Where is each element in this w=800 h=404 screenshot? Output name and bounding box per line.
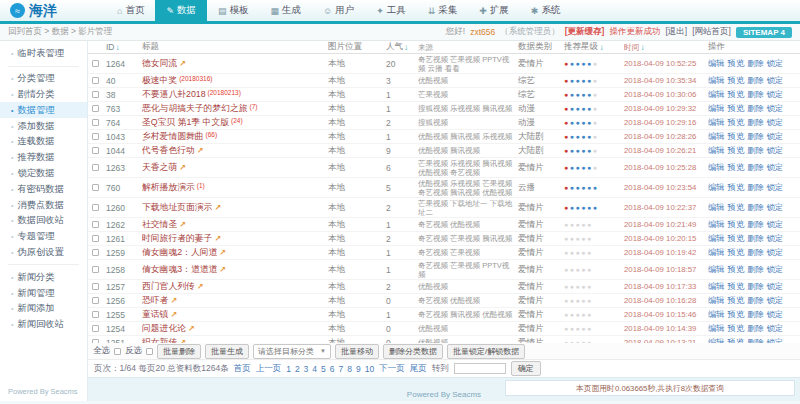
sidebar-item-新闻回收站[interactable]: •新闻回收站	[0, 317, 87, 333]
row-checkbox[interactable]	[92, 249, 99, 256]
sidebar-item-添加数据[interactable]: •添加数据	[0, 118, 87, 134]
op-delete-link[interactable]: 删除	[747, 281, 764, 292]
nav-item-generate[interactable]: ▦生成	[260, 0, 313, 21]
row-checkbox[interactable]	[92, 204, 99, 211]
row-title-link[interactable]: 下载地址页面演示	[142, 202, 212, 214]
op-delete-link[interactable]: 删除	[747, 103, 764, 114]
row-checkbox[interactable]	[92, 221, 99, 228]
op-lock-link[interactable]: 锁定	[767, 281, 784, 292]
op-edit-link[interactable]: 编辑	[708, 89, 725, 100]
goto-page-input[interactable]	[454, 363, 506, 374]
row-title-link[interactable]: 极速中奖	[142, 75, 177, 87]
next-page-link[interactable]: 下一页	[379, 363, 405, 375]
op-preview-link[interactable]: 预览	[728, 182, 745, 193]
op-delete-link[interactable]: 删除	[747, 309, 764, 320]
row-title-link[interactable]: 代号香色行动	[142, 145, 195, 157]
op-lock-link[interactable]: 锁定	[767, 162, 784, 173]
op-lock-link[interactable]: 锁定	[767, 309, 784, 320]
row-title-link[interactable]: 童话镇	[142, 309, 168, 321]
row-checkbox[interactable]	[92, 311, 99, 318]
row-title-link[interactable]: 恐吓者	[142, 295, 168, 307]
column-header-stars[interactable]: 推荐星级↓	[564, 41, 624, 53]
op-delete-link[interactable]: 删除	[747, 89, 764, 100]
row-checkbox[interactable]	[92, 60, 99, 67]
sidebar-item-临时表管理[interactable]: •临时表管理	[0, 46, 87, 62]
row-checkbox[interactable]	[92, 147, 99, 154]
op-preview-link[interactable]: 预览	[728, 219, 745, 230]
op-edit-link[interactable]: 编辑	[708, 117, 725, 128]
op-edit-link[interactable]: 编辑	[708, 103, 725, 114]
sidebar-item-新闻添加[interactable]: •新闻添加	[0, 301, 87, 317]
op-preview-link[interactable]: 预览	[728, 75, 745, 86]
op-delete-link[interactable]: 删除	[747, 182, 764, 193]
row-title-link[interactable]: 圣Q宝贝 第1季 中文版	[142, 117, 229, 129]
op-edit-link[interactable]: 编辑	[708, 162, 725, 173]
op-lock-link[interactable]: 锁定	[767, 219, 784, 230]
logout-link[interactable]: [退出]	[665, 26, 687, 38]
row-title-link[interactable]: 倩女幽魂3：道道道	[142, 264, 217, 276]
sidebar-item-有密码数据[interactable]: •有密码数据	[0, 181, 87, 197]
page-link-2[interactable]: 2	[295, 364, 300, 374]
op-delete-link[interactable]: 删除	[747, 233, 764, 244]
op-delete-link[interactable]: 删除	[747, 75, 764, 86]
first-page-link[interactable]: 首页	[234, 363, 251, 375]
page-link-6[interactable]: 6	[330, 364, 335, 374]
op-edit-link[interactable]: 编辑	[708, 264, 725, 275]
row-title-link[interactable]: 恶化与胡搞夫子的梦幻之旅	[142, 103, 248, 115]
op-edit-link[interactable]: 编辑	[708, 58, 725, 69]
row-title-link[interactable]: 乡村爱情圆舞曲	[142, 131, 204, 143]
op-preview-link[interactable]: 预览	[728, 295, 745, 306]
op-edit-link[interactable]: 编辑	[708, 295, 725, 306]
op-lock-link[interactable]: 锁定	[767, 145, 784, 156]
op-delete-link[interactable]: 删除	[747, 247, 764, 258]
op-delete-link[interactable]: 删除	[747, 202, 764, 213]
op-edit-link[interactable]: 编辑	[708, 247, 725, 258]
column-header-id[interactable]: ID↓	[106, 42, 142, 52]
page-link-8[interactable]: 8	[347, 364, 352, 374]
op-lock-link[interactable]: 锁定	[767, 131, 784, 142]
row-title-link[interactable]: 西门官人列传	[142, 281, 195, 293]
op-preview-link[interactable]: 预览	[728, 103, 745, 114]
prev-page-link[interactable]: 上一页	[256, 363, 282, 375]
sidebar-item-连载数据[interactable]: •连载数据	[0, 134, 87, 150]
op-lock-link[interactable]: 锁定	[767, 103, 784, 114]
last-page-link[interactable]: 尾页	[410, 363, 427, 375]
sidebar-item-新闻管理[interactable]: •新闻管理	[0, 285, 87, 301]
brand-logo[interactable]: ≈ 海洋	[0, 0, 96, 21]
op-preview-link[interactable]: 预览	[728, 233, 745, 244]
row-checkbox[interactable]	[92, 266, 99, 273]
row-checkbox[interactable]	[92, 164, 99, 171]
update-cache-button[interactable]: [更新缓存]	[565, 26, 605, 38]
invert-select-checkbox[interactable]	[146, 348, 153, 355]
select-all-checkbox[interactable]	[114, 348, 121, 355]
op-edit-link[interactable]: 编辑	[708, 202, 725, 213]
op-lock-link[interactable]: 锁定	[767, 182, 784, 193]
nav-item-tools[interactable]: ✦工具	[365, 0, 417, 21]
op-edit-link[interactable]: 编辑	[708, 233, 725, 244]
op-lock-link[interactable]: 锁定	[767, 58, 784, 69]
row-checkbox[interactable]	[92, 77, 99, 84]
batch-delete-button[interactable]: 批量删除	[157, 344, 201, 359]
row-title-link[interactable]: 天香之萌	[142, 162, 177, 174]
page-link-10[interactable]: 10	[365, 364, 374, 374]
op-lock-link[interactable]: 锁定	[767, 323, 784, 334]
row-checkbox[interactable]	[92, 325, 99, 332]
row-title-link[interactable]: 解析播放演示	[142, 182, 195, 194]
row-title-link[interactable]: 社交情圣	[142, 219, 177, 231]
op-preview-link[interactable]: 预览	[728, 162, 745, 173]
op-preview-link[interactable]: 预览	[728, 247, 745, 258]
site-home-link[interactable]: [网站首页]	[692, 26, 731, 38]
delete-category-data-button[interactable]: 删除分类数据	[383, 344, 443, 359]
batch-move-button[interactable]: 批量移动	[335, 344, 379, 359]
op-edit-link[interactable]: 编辑	[708, 281, 725, 292]
op-preview-link[interactable]: 预览	[728, 281, 745, 292]
nav-item-collect[interactable]: ⇊采集	[417, 0, 469, 21]
op-edit-link[interactable]: 编辑	[708, 219, 725, 230]
op-preview-link[interactable]: 预览	[728, 323, 745, 334]
op-lock-link[interactable]: 锁定	[767, 75, 784, 86]
row-title-link[interactable]: 不要逼八卦2018	[142, 89, 206, 101]
op-delete-link[interactable]: 删除	[747, 117, 764, 128]
op-preview-link[interactable]: 预览	[728, 89, 745, 100]
op-preview-link[interactable]: 预览	[728, 145, 745, 156]
sidebar-item-数据回收站[interactable]: •数据回收站	[0, 213, 87, 229]
